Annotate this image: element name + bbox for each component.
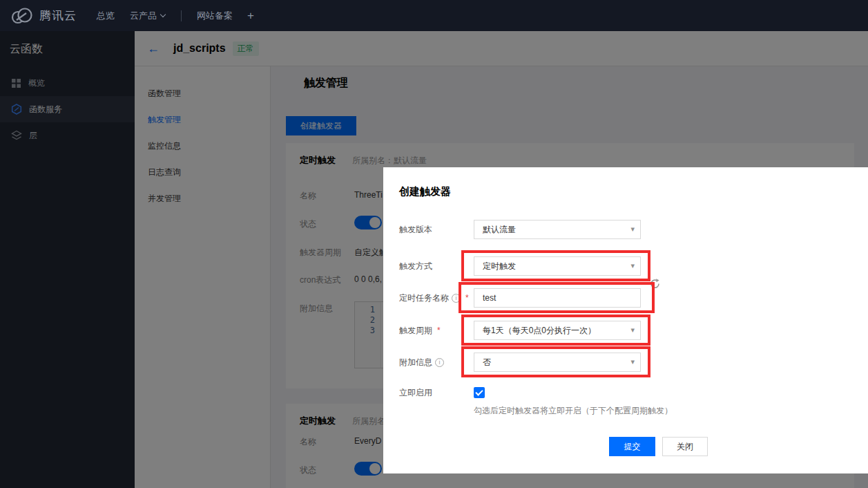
info-icon[interactable] (435, 358, 444, 367)
trigger-method-label: 触发方式 (399, 256, 432, 276)
nav-overview[interactable]: 总览 (97, 0, 115, 31)
create-trigger-modal: 创建触发器 触发版本 默认流量 触发方式 定时触发 定时任务名称 * (383, 167, 868, 473)
nav-divider (181, 10, 182, 21)
close-button[interactable]: 关闭 (662, 437, 708, 456)
enable-now-note: 勾选后定时触发器将立即开启（于下个配置周期触发） (474, 405, 673, 417)
info-icon[interactable] (452, 294, 461, 303)
brand-name: 腾讯云 (39, 8, 77, 24)
enable-now-label: 立即启用 (399, 387, 432, 398)
chevron-down-icon (160, 12, 166, 17)
task-name-label: 定时任务名称 * (399, 288, 469, 308)
extra-info-select[interactable]: 否 (474, 353, 641, 372)
modal-title: 创建触发器 (399, 185, 451, 198)
submit-button[interactable]: 提交 (609, 437, 655, 456)
cloud-logo-icon (10, 8, 33, 24)
nav-products[interactable]: 云产品 (130, 0, 165, 31)
trigger-version-select[interactable]: 默认流量 (474, 220, 641, 239)
trigger-version-label: 触发版本 (399, 220, 432, 239)
required-asterisk: * (465, 288, 469, 308)
nav-beian[interactable]: 网站备案 (197, 0, 233, 31)
enable-now-checkbox[interactable] (474, 387, 485, 398)
trigger-method-select[interactable]: 定时触发 (474, 256, 641, 276)
top-navbar: 腾讯云 总览 云产品 网站备案 + (0, 0, 868, 31)
tencent-cloud-logo[interactable]: 腾讯云 (10, 0, 77, 31)
extra-info-label: 附加信息 (399, 353, 444, 372)
task-name-input[interactable] (474, 288, 641, 308)
trigger-period-label: 触发周期 * (399, 321, 441, 340)
trigger-period-select[interactable]: 每1天（每天0点0分执行一次） (474, 321, 641, 340)
add-tab-button[interactable]: + (247, 0, 254, 31)
required-asterisk: * (437, 321, 441, 340)
